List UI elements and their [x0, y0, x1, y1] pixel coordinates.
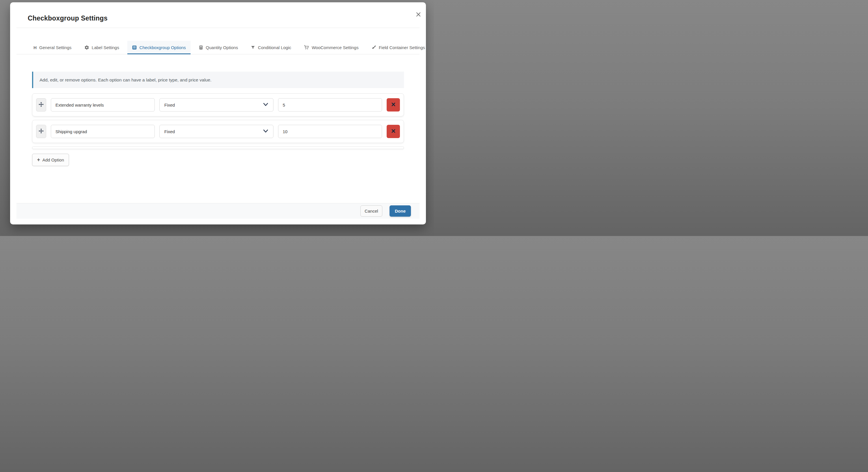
tab-label: Label Settings: [92, 45, 119, 50]
tab-label: General Settings: [39, 45, 72, 50]
info-notice-text: Add, edit, or remove options. Each optio…: [39, 78, 211, 83]
move-icon: [38, 128, 44, 135]
chevron-down-icon: [263, 129, 269, 134]
option-label-input[interactable]: [51, 98, 155, 112]
drag-handle[interactable]: [36, 98, 46, 112]
add-option-button[interactable]: + Add Option: [32, 154, 69, 166]
filter-icon: [251, 45, 255, 50]
price-value-input[interactable]: [278, 125, 382, 138]
cancel-button[interactable]: Cancel: [360, 205, 382, 217]
plus-icon: +: [37, 157, 40, 163]
done-button[interactable]: Done: [390, 205, 411, 217]
tab-label: Field Container Settings: [379, 45, 425, 50]
tab-general-settings[interactable]: H General Settings: [29, 41, 76, 54]
price-value-input[interactable]: [278, 98, 382, 112]
tab-label: WooCommerce Settings: [312, 45, 358, 50]
tab-label: Checkboxgroup Options: [140, 45, 186, 50]
tab-conditional-logic[interactable]: Conditional Logic: [246, 41, 296, 54]
delete-option-button[interactable]: [386, 125, 400, 138]
tab-panel-checkboxgroup-options: Add, edit, or remove options. Each optio…: [32, 54, 404, 166]
tab-field-container-settings[interactable]: Field Container Settings: [367, 41, 430, 54]
options-list: Fixed: [32, 93, 404, 149]
add-option-label: Add Option: [42, 157, 64, 163]
price-type-value: Fixed: [164, 102, 175, 108]
settings-tabbar: H General Settings Label Settings Checkb…: [17, 41, 420, 54]
option-row: Fixed: [32, 120, 404, 143]
heading-icon: H: [33, 45, 37, 50]
delete-option-button[interactable]: [386, 98, 400, 112]
tab-quantity-options[interactable]: Quantity Options: [194, 41, 243, 54]
cart-icon: [304, 45, 309, 50]
info-notice: Add, edit, or remove options. Each optio…: [32, 71, 404, 88]
delete-x-icon: [391, 128, 396, 134]
price-type-select[interactable]: Fixed: [159, 125, 274, 138]
option-label-input[interactable]: [51, 125, 155, 138]
dialog-title: Checkboxgroup Settings: [28, 14, 108, 22]
move-icon: [38, 102, 44, 108]
brush-icon: [371, 45, 376, 50]
tab-label: Conditional Logic: [258, 45, 291, 50]
tab-woocommerce-settings[interactable]: WooCommerce Settings: [299, 41, 363, 54]
list-icon: [132, 45, 137, 50]
tab-checkboxgroup-options[interactable]: Checkboxgroup Options: [127, 41, 191, 54]
gear-icon: [84, 45, 89, 50]
price-type-value: Fixed: [164, 129, 175, 134]
tab-label: Quantity Options: [206, 45, 238, 50]
delete-x-icon: [391, 102, 396, 108]
dialog-footer: Cancel Done: [17, 203, 420, 219]
checkboxgroup-settings-dialog: Checkboxgroup Settings H General Setting…: [10, 2, 426, 225]
drag-handle[interactable]: [36, 125, 46, 138]
dialog-header: Checkboxgroup Settings: [17, 2, 420, 28]
price-type-select[interactable]: Fixed: [159, 98, 274, 112]
calculator-icon: [199, 45, 203, 50]
tab-label-settings[interactable]: Label Settings: [80, 41, 124, 54]
option-row: Fixed: [32, 93, 404, 116]
chevron-down-icon: [263, 102, 269, 108]
close-button[interactable]: [415, 11, 422, 19]
options-list-end: [32, 146, 404, 149]
close-icon: [415, 11, 421, 18]
